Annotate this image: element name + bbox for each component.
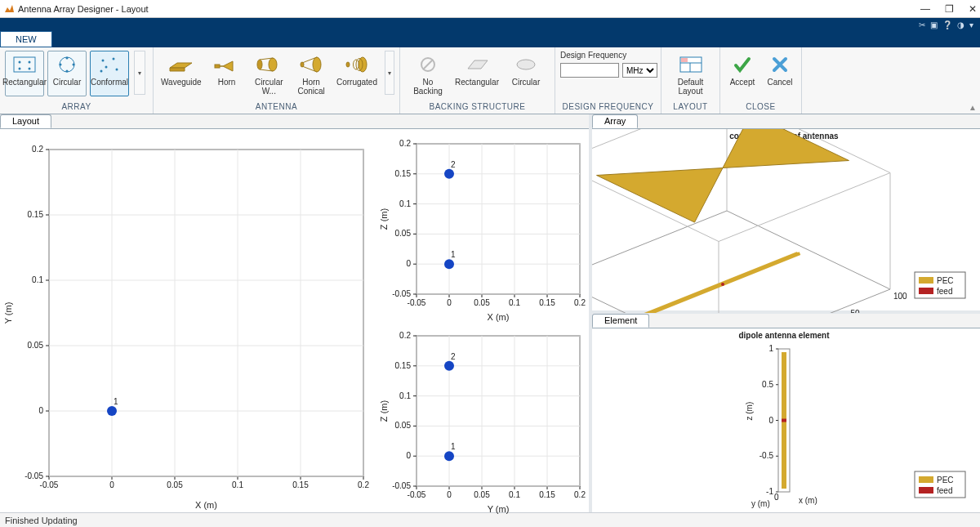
svg-text:-0.05: -0.05	[392, 289, 411, 298]
svg-text:0.1: 0.1	[509, 298, 520, 307]
ribbon-group-antenna: Waveguide Horn Circular W... Horn Conica…	[154, 47, 400, 114]
close-window-button[interactable]: ✕	[969, 3, 977, 15]
backing-none-button[interactable]: No Backing	[405, 51, 451, 98]
antenna-circularw-button[interactable]: Circular W...	[249, 51, 288, 98]
svg-point-111	[444, 259, 454, 269]
antenna-horn-button[interactable]: Horn	[207, 51, 247, 96]
ribbon: Rectangular Circular Conformal ▾ ARRAY W…	[0, 47, 980, 114]
svg-marker-191	[597, 168, 724, 223]
qa-icon-3[interactable]: ❔	[942, 20, 952, 29]
array-dropdown[interactable]: ▾	[134, 51, 145, 95]
svg-text:X (m): X (m)	[195, 500, 217, 510]
layout-icon	[676, 53, 706, 76]
svg-point-4	[29, 68, 31, 70]
backing-circ-button[interactable]: Circular	[503, 51, 549, 96]
svg-text:0.15: 0.15	[539, 298, 555, 307]
rectangular-array-icon	[10, 53, 39, 76]
tab-layout[interactable]: Layout	[0, 114, 51, 128]
svg-text:2: 2	[451, 352, 456, 361]
svg-rect-194	[919, 277, 933, 284]
svg-text:0: 0	[774, 493, 779, 502]
array-rectangular-button[interactable]: Rectangular	[5, 51, 44, 96]
minimize-button[interactable]: —	[920, 3, 930, 15]
svg-rect-0	[14, 57, 35, 72]
qa-icon-5[interactable]: ▾	[969, 20, 973, 29]
accept-button[interactable]: Accept	[725, 51, 760, 96]
svg-text:0.05: 0.05	[474, 298, 490, 307]
antenna-dropdown[interactable]: ▾	[385, 51, 394, 95]
svg-point-5	[60, 57, 74, 72]
svg-text:0.05: 0.05	[395, 421, 412, 430]
antenna-corrugated-label: Corrugated	[336, 76, 377, 94]
svg-point-14	[100, 70, 103, 73]
array-3d-plot[interactable]: conformalArray of antennas-100-50050100-…	[592, 129, 976, 313]
svg-line-25	[423, 60, 433, 69]
layout-tab-header: Layout	[0, 114, 589, 129]
svg-point-70	[107, 406, 117, 416]
cancel-icon	[765, 53, 795, 76]
svg-text:PEC: PEC	[937, 276, 954, 285]
element-3d-plot[interactable]: dipole antenna element-1-0.500.51z (m)x …	[592, 328, 976, 512]
qa-icon-2[interactable]: ▣	[930, 20, 938, 29]
svg-point-23	[346, 62, 350, 67]
ribbon-tab-row: NEW	[0, 31, 980, 47]
ribbon-collapse-icon[interactable]: ▲	[969, 103, 977, 112]
backing-rect-icon	[462, 53, 492, 76]
svg-text:0.15: 0.15	[395, 361, 412, 370]
layout-pane: Layout -0.0500.050.10.150.2-0.0500.050.1…	[0, 114, 592, 512]
svg-text:100: 100	[893, 292, 907, 301]
group-label-backing: BACKING STRUCTURE	[405, 100, 550, 112]
svg-text:0.2: 0.2	[32, 145, 43, 154]
svg-text:0.05: 0.05	[28, 341, 44, 350]
svg-point-16	[269, 58, 277, 71]
svg-point-26	[517, 60, 535, 69]
svg-text:0.05: 0.05	[395, 229, 412, 238]
antenna-hornconical-button[interactable]: Horn Conical	[292, 51, 331, 98]
design-frequency-input[interactable]	[560, 63, 619, 78]
svg-point-18	[313, 57, 321, 72]
svg-text:Z (m): Z (m)	[379, 208, 389, 230]
cancel-button[interactable]: Cancel	[763, 51, 797, 96]
horn-icon	[212, 53, 242, 76]
tab-element[interactable]: Element	[592, 314, 649, 328]
design-frequency-unit[interactable]: MHz	[622, 63, 657, 78]
svg-text:z (m): z (m)	[745, 401, 754, 420]
default-layout-label: Default Layout	[669, 76, 712, 96]
tab-array[interactable]: Array	[592, 114, 638, 128]
svg-text:0: 0	[447, 490, 452, 499]
svg-line-162	[592, 279, 719, 313]
maximize-button[interactable]: ❐	[945, 3, 954, 15]
svg-text:Y (m): Y (m)	[488, 504, 510, 514]
svg-text:0.15: 0.15	[395, 169, 412, 178]
backing-rect-button[interactable]: Rectangular	[454, 51, 500, 96]
svg-text:1: 1	[451, 250, 456, 259]
antenna-corrugated-button[interactable]: Corrugated	[334, 51, 380, 96]
array-conformal-button[interactable]: Conformal	[90, 51, 129, 96]
svg-text:X (m): X (m)	[488, 312, 510, 322]
svg-text:Y (m): Y (m)	[3, 302, 13, 324]
svg-line-167	[719, 173, 890, 242]
svg-text:-0.5: -0.5	[760, 451, 774, 460]
layout-xy-plot[interactable]: -0.0500.050.10.150.2-0.0500.050.10.150.2…	[0, 137, 376, 513]
svg-point-11	[113, 58, 115, 60]
qa-icon-4[interactable]: ◑	[957, 20, 964, 29]
antenna-waveguide-button[interactable]: Waveguide	[158, 51, 204, 96]
svg-text:-0.05: -0.05	[40, 480, 59, 489]
svg-point-13	[116, 69, 118, 71]
ribbon-group-array: Rectangular Circular Conformal ▾ ARRAY	[0, 47, 154, 114]
qa-icon-1[interactable]: ✂	[919, 20, 925, 29]
ribbon-group-backing: No Backing Rectangular Circular BACKING …	[400, 47, 555, 114]
svg-text:50: 50	[851, 309, 861, 313]
svg-point-9	[60, 64, 62, 66]
tab-new[interactable]: NEW	[0, 31, 52, 47]
svg-point-2	[29, 61, 31, 64]
layout-xz-plot[interactable]: -0.0500.050.10.150.2-0.0500.050.10.150.2…	[376, 137, 588, 325]
svg-text:0: 0	[406, 451, 411, 460]
svg-text:feed: feed	[937, 486, 952, 495]
default-layout-button[interactable]: Default Layout	[666, 51, 715, 98]
svg-text:-0.05: -0.05	[408, 298, 426, 307]
right-pane: Array conformalArray of antennas-100-500…	[592, 114, 980, 512]
svg-text:0: 0	[406, 259, 411, 268]
layout-yz-plot[interactable]: -0.0500.050.10.150.2-0.0500.050.10.150.2…	[376, 329, 588, 517]
array-circular-button[interactable]: Circular	[47, 51, 87, 96]
